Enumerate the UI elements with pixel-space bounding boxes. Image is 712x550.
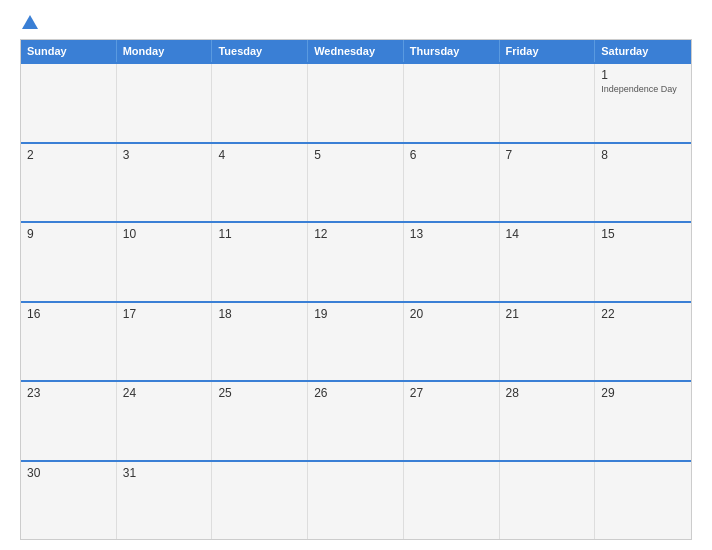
cal-cell: 3 [117,144,213,222]
cal-cell: 28 [500,382,596,460]
event-label: Independence Day [601,84,685,96]
day-number: 19 [314,307,397,321]
cal-cell: 17 [117,303,213,381]
cal-cell [404,64,500,142]
day-number: 10 [123,227,206,241]
cal-cell: 16 [21,303,117,381]
week-row-6: 3031 [21,460,691,540]
cal-cell: 1Independence Day [595,64,691,142]
cal-cell [308,64,404,142]
cal-cell [117,64,213,142]
cal-cell: 26 [308,382,404,460]
col-header-tuesday: Tuesday [212,40,308,62]
day-number: 1 [601,68,685,82]
cal-cell: 13 [404,223,500,301]
cal-cell [500,462,596,540]
week-row-4: 16171819202122 [21,301,691,381]
day-number: 26 [314,386,397,400]
cal-cell: 22 [595,303,691,381]
week-row-5: 23242526272829 [21,380,691,460]
cal-cell: 15 [595,223,691,301]
cal-cell: 23 [21,382,117,460]
day-number: 11 [218,227,301,241]
cal-cell [595,462,691,540]
col-header-monday: Monday [117,40,213,62]
day-number: 12 [314,227,397,241]
col-header-sunday: Sunday [21,40,117,62]
day-number: 31 [123,466,206,480]
day-number: 30 [27,466,110,480]
cal-cell [404,462,500,540]
cal-cell: 14 [500,223,596,301]
cal-cell: 11 [212,223,308,301]
day-number: 14 [506,227,589,241]
calendar-page: SundayMondayTuesdayWednesdayThursdayFrid… [0,0,712,550]
cal-cell [21,64,117,142]
week-row-3: 9101112131415 [21,221,691,301]
day-number: 25 [218,386,301,400]
cal-cell: 8 [595,144,691,222]
cal-cell: 5 [308,144,404,222]
logo-top-row [20,15,38,31]
cal-cell [308,462,404,540]
week-row-2: 2345678 [21,142,691,222]
cal-cell: 24 [117,382,213,460]
day-number: 2 [27,148,110,162]
cal-cell: 18 [212,303,308,381]
cal-cell: 20 [404,303,500,381]
cal-cell: 7 [500,144,596,222]
cal-cell: 21 [500,303,596,381]
day-number: 9 [27,227,110,241]
cal-cell: 4 [212,144,308,222]
day-number: 17 [123,307,206,321]
cal-cell: 6 [404,144,500,222]
col-header-wednesday: Wednesday [308,40,404,62]
cal-cell: 9 [21,223,117,301]
cal-cell: 12 [308,223,404,301]
cal-cell: 10 [117,223,213,301]
calendar-header-row: SundayMondayTuesdayWednesdayThursdayFrid… [21,40,691,62]
cal-cell [212,462,308,540]
day-number: 28 [506,386,589,400]
day-number: 27 [410,386,493,400]
cal-cell: 30 [21,462,117,540]
cal-cell: 27 [404,382,500,460]
day-number: 4 [218,148,301,162]
col-header-thursday: Thursday [404,40,500,62]
day-number: 24 [123,386,206,400]
logo [20,15,38,31]
cal-cell: 29 [595,382,691,460]
day-number: 7 [506,148,589,162]
cal-cell: 31 [117,462,213,540]
calendar-grid: SundayMondayTuesdayWednesdayThursdayFrid… [20,39,692,540]
day-number: 23 [27,386,110,400]
day-number: 8 [601,148,685,162]
calendar-body: 1Independence Day23456789101112131415161… [21,62,691,539]
day-number: 16 [27,307,110,321]
col-header-saturday: Saturday [595,40,691,62]
cal-cell: 25 [212,382,308,460]
logo-triangle-icon [22,15,38,29]
week-row-1: 1Independence Day [21,62,691,142]
logo-wrapper [20,15,38,31]
day-number: 15 [601,227,685,241]
day-number: 20 [410,307,493,321]
day-number: 18 [218,307,301,321]
day-number: 6 [410,148,493,162]
day-number: 5 [314,148,397,162]
day-number: 21 [506,307,589,321]
day-number: 3 [123,148,206,162]
cal-cell [500,64,596,142]
page-header [20,15,692,31]
col-header-friday: Friday [500,40,596,62]
cal-cell: 2 [21,144,117,222]
cal-cell: 19 [308,303,404,381]
day-number: 13 [410,227,493,241]
day-number: 29 [601,386,685,400]
day-number: 22 [601,307,685,321]
cal-cell [212,64,308,142]
